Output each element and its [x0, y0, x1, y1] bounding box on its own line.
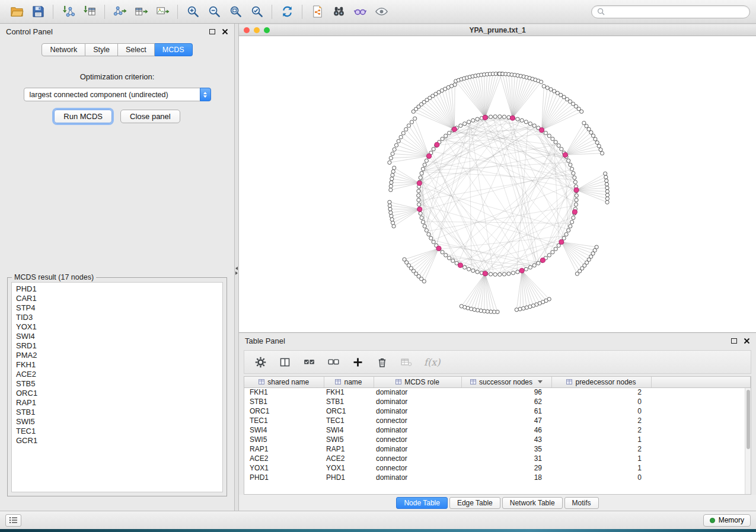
- cell-name[interactable]: TEC1: [324, 416, 374, 425]
- cell-name[interactable]: SWI5: [324, 435, 374, 444]
- cell-name[interactable]: SWI4: [324, 425, 374, 435]
- cell-name[interactable]: ACE2: [324, 454, 374, 463]
- close-window-traffic-icon[interactable]: [244, 27, 250, 33]
- tab-node-table[interactable]: Node Table: [396, 497, 448, 509]
- cell-shared-name[interactable]: FKH1: [244, 387, 324, 397]
- cell-name[interactable]: YOX1: [324, 463, 374, 473]
- cell-mcds-role[interactable]: dominator: [374, 473, 461, 482]
- tab-select[interactable]: Select: [118, 43, 155, 56]
- export-image-button[interactable]: [152, 2, 173, 21]
- cell-predecessor-nodes[interactable]: 0: [551, 397, 651, 406]
- cell-predecessor-nodes[interactable]: 0: [551, 406, 651, 416]
- tab-motifs[interactable]: Motifs: [564, 497, 599, 509]
- cell-successor-nodes[interactable]: 62: [461, 397, 551, 406]
- panel-splitter[interactable]: [234, 24, 239, 511]
- network-graph[interactable]: [239, 36, 756, 332]
- cell-successor-nodes[interactable]: 18: [461, 473, 551, 482]
- cell-predecessor-nodes[interactable]: 2: [551, 387, 651, 397]
- table-row[interactable]: FKH1FKH1dominator962: [244, 387, 751, 397]
- table-row[interactable]: RAP1RAP1dominator352: [244, 444, 751, 454]
- float-panel-button[interactable]: [209, 29, 215, 34]
- cell-predecessor-nodes[interactable]: 1: [551, 463, 651, 473]
- tab-style[interactable]: Style: [85, 43, 118, 56]
- scrollbar-thumb[interactable]: [747, 390, 750, 449]
- cell-name[interactable]: PHD1: [324, 473, 374, 482]
- table-row[interactable]: ACE2ACE2connector311: [244, 454, 751, 463]
- zoom-fit-button[interactable]: [225, 2, 246, 21]
- mcds-result-item[interactable]: TEC1: [16, 427, 218, 436]
- column-header-mcds-role[interactable]: MCDS role: [374, 377, 461, 387]
- table-row[interactable]: TEC1TEC1connector472: [244, 416, 751, 425]
- table-row[interactable]: SWI4SWI4dominator462: [244, 425, 751, 435]
- export-table-button[interactable]: [130, 2, 152, 21]
- task-history-button[interactable]: [5, 514, 21, 527]
- cell-successor-nodes[interactable]: 29: [461, 463, 551, 473]
- mcds-result-item[interactable]: STB1: [16, 408, 218, 417]
- cell-successor-nodes[interactable]: 43: [461, 435, 551, 444]
- select-all-button[interactable]: [301, 354, 317, 370]
- column-header-name[interactable]: name: [324, 377, 374, 387]
- table-settings-button[interactable]: [253, 354, 268, 370]
- search-input[interactable]: [608, 8, 744, 16]
- tab-network-table[interactable]: Network Table: [502, 497, 563, 509]
- mcds-result-item[interactable]: GCR1: [16, 436, 218, 446]
- zoom-out-button[interactable]: [203, 2, 225, 21]
- float-table-panel-button[interactable]: [731, 338, 737, 344]
- cell-shared-name[interactable]: SWI5: [244, 435, 324, 444]
- cell-successor-nodes[interactable]: 31: [461, 454, 551, 463]
- cell-shared-name[interactable]: PHD1: [244, 473, 324, 482]
- find-button[interactable]: [328, 2, 349, 21]
- open-file-button[interactable]: [6, 2, 27, 21]
- cell-predecessor-nodes[interactable]: 1: [551, 454, 651, 463]
- mcds-result-item[interactable]: SWI5: [16, 417, 218, 427]
- export-network-button[interactable]: [109, 2, 130, 21]
- mcds-result-item[interactable]: ACE2: [16, 370, 218, 379]
- criterion-select[interactable]: largest connected component (undirected): [24, 88, 211, 101]
- mcds-result-item[interactable]: CAR1: [16, 294, 218, 303]
- cell-shared-name[interactable]: SWI4: [244, 425, 324, 435]
- table-row[interactable]: PHD1PHD1dominator180: [244, 473, 751, 482]
- destroy-table-button[interactable]: [398, 354, 414, 370]
- close-control-panel-button[interactable]: [222, 28, 228, 35]
- cell-mcds-role[interactable]: connector: [374, 435, 461, 444]
- cell-shared-name[interactable]: STB1: [244, 397, 324, 406]
- mcds-result-item[interactable]: RAP1: [16, 398, 218, 408]
- delete-column-button[interactable]: [374, 354, 390, 370]
- cell-mcds-role[interactable]: dominator: [374, 425, 461, 435]
- tab-mcds[interactable]: MCDS: [155, 43, 193, 56]
- cell-successor-nodes[interactable]: 47: [461, 416, 551, 425]
- refresh-layout-button[interactable]: [276, 2, 298, 21]
- cell-shared-name[interactable]: RAP1: [244, 444, 324, 454]
- cell-successor-nodes[interactable]: 61: [461, 406, 551, 416]
- mcds-result-item[interactable]: ORC1: [16, 389, 218, 398]
- cell-successor-nodes[interactable]: 96: [461, 387, 551, 397]
- import-table-button[interactable]: [79, 2, 100, 21]
- table-row[interactable]: YOX1YOX1connector291: [244, 463, 751, 473]
- memory-button[interactable]: Memory: [703, 514, 751, 527]
- graphics-details-button[interactable]: [349, 2, 371, 21]
- run-mcds-button[interactable]: Run MCDS: [54, 110, 112, 123]
- show-hide-button[interactable]: [371, 2, 392, 21]
- cell-name[interactable]: FKH1: [324, 387, 374, 397]
- cell-mcds-role[interactable]: dominator: [374, 387, 461, 397]
- share-network-button[interactable]: [307, 2, 328, 21]
- cell-shared-name[interactable]: ACE2: [244, 454, 324, 463]
- search-box[interactable]: [591, 5, 750, 18]
- network-canvas[interactable]: [239, 36, 756, 332]
- save-session-button[interactable]: [27, 2, 49, 21]
- cell-mcds-role[interactable]: connector: [374, 454, 461, 463]
- column-header-predecessor-nodes[interactable]: predecessor nodes: [551, 377, 651, 387]
- cell-name[interactable]: ORC1: [324, 406, 374, 416]
- cell-predecessor-nodes[interactable]: 2: [551, 425, 651, 435]
- unselect-all-button[interactable]: [326, 354, 341, 370]
- zoom-in-button[interactable]: [182, 2, 203, 21]
- cell-mcds-role[interactable]: dominator: [374, 444, 461, 454]
- cell-mcds-role[interactable]: connector: [374, 463, 461, 473]
- cell-shared-name[interactable]: ORC1: [244, 406, 324, 416]
- table-row[interactable]: SWI5SWI5connector431: [244, 435, 751, 444]
- tab-edge-table[interactable]: Edge Table: [449, 497, 500, 509]
- mcds-result-list[interactable]: PHD1CAR1STP4TID3YOX1SWI4SRD1PMA2FKH1ACE2…: [11, 282, 223, 492]
- mcds-result-item[interactable]: PHD1: [16, 284, 218, 294]
- cell-predecessor-nodes[interactable]: 2: [551, 444, 651, 454]
- zoom-selected-button[interactable]: [246, 2, 267, 21]
